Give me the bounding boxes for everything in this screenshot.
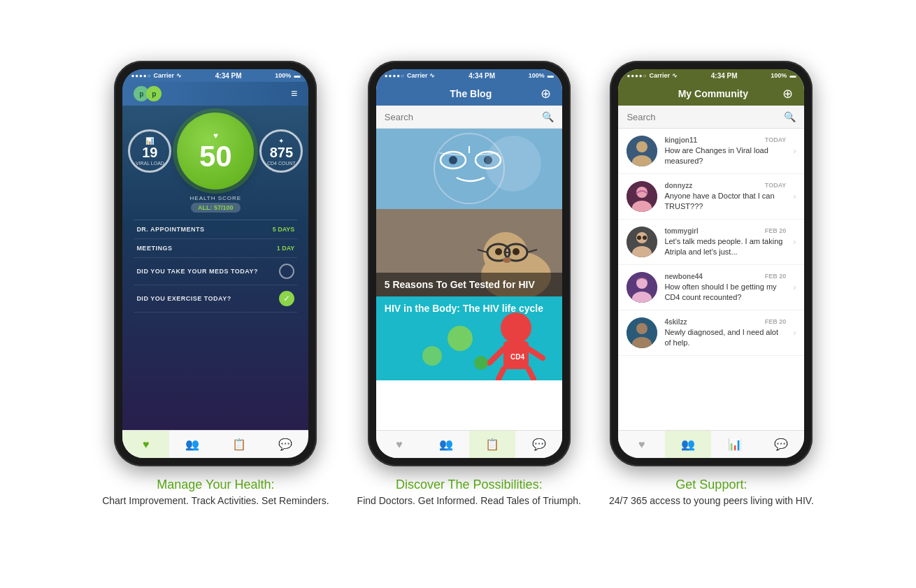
blog-image-3: CD4 HIV in the Body: The HIV life cycle [376,296,562,380]
message-2: Anyone have a Doctor that I can TRUST??? [664,191,786,211]
arrow-4: › [793,282,796,292]
avatar-2 [627,181,657,212]
caption-phone1: Manage Your Health: Chart Improvement. T… [102,478,329,506]
blog-title: The Blog [450,88,492,99]
community-text-4: newbone44 FEB 20 How often should I be g… [664,273,786,302]
svg-point-21 [501,313,531,343]
community-item-4[interactable]: newbone44 FEB 20 How often should I be g… [618,265,804,310]
bottom-nav-phone2: ♥ 👥 📋 💬 [376,430,562,458]
signal-dots-3: ●●●●○ [627,73,647,79]
nav-blog-2[interactable]: 📋 [469,431,516,458]
blog-card-2[interactable]: 5 Reasons To Get Tested for HIV [376,209,562,296]
community-list: kingjon11 TODAY How are Changes in Viral… [618,129,804,430]
message-4: How often should I be getting my CD4 cou… [664,282,786,302]
reminders-list: DR. APPOINTMENTS 5 DAYS MEETINGS 1 DAY D… [134,220,297,313]
heart-icon: ♥ [213,131,218,141]
cd4-label: CD4 COUNT [267,161,296,166]
nav-heart-1[interactable]: ♥ [122,431,169,458]
svg-point-17 [495,248,502,255]
community-item-2[interactable]: donnyzz TODAY Anyone have a Doctor that … [618,174,804,220]
phone-community: ●●●●○ Carrier ∿ 4:34 PM 100% ▬ My Commun… [610,61,813,466]
community-title: My Community [678,88,748,99]
carrier-label-3: Carrier [650,72,671,79]
search-input-community[interactable] [627,112,778,122]
nav-stats-3[interactable]: 📊 [711,431,758,458]
menu-icon[interactable]: ≡ [291,88,297,99]
nav-community-3[interactable]: 👥 [665,431,712,458]
reminder-meetings: MEETINGS 1 DAY [134,239,297,258]
blog-card-2-overlay: 5 Reasons To Get Tested for HIV [376,273,562,296]
nav-chat-3[interactable]: 💬 [758,431,805,458]
status-bar-phone1: ●●●●○ Carrier ∿ 4:34 PM 100% ▬ [122,69,308,82]
appt-value: 5 DAYS [273,226,295,233]
caption-heading-3: Get Support: [609,478,814,492]
search-icon-blog: 🔍 [542,111,554,122]
svg-point-30 [474,356,488,370]
community-item-1[interactable]: kingjon11 TODAY How are Changes in Viral… [618,129,804,174]
battery-label: 100% [275,72,291,79]
blog-card-1[interactable] [376,129,562,209]
arrow-3: › [793,237,796,247]
blog-card-2-title: 5 Reasons To Get Tested for HIV [385,278,554,291]
nav-chat-1[interactable]: 💬 [262,431,309,458]
svg-point-18 [513,248,520,255]
bottom-nav-phone3: ♥ 👥 📊 💬 [618,430,804,458]
avatar-1 [627,136,657,166]
date-1: TODAY [765,136,787,144]
health-dashboard: 📊 19 VIRAL LOAD ♥ 50 ✦ 875 [122,106,308,430]
pp-logo: p p [134,86,162,101]
phone-community-wrapper: ●●●●○ Carrier ∿ 4:34 PM 100% ▬ My Commun… [609,61,814,506]
meetings-label: MEETINGS [136,245,172,252]
viral-load-number: 19 [142,145,157,159]
nav-heart-2[interactable]: ♥ [376,431,423,458]
add-post-icon[interactable]: ⊕ [541,86,551,101]
username-date-2: donnyzz TODAY [664,182,786,189]
exercise-check[interactable]: ✓ [279,291,294,306]
phone2-screen: ●●●●○ Carrier ∿ 4:34 PM 100% ▬ The Blog … [376,69,562,458]
message-5: Newly diagnosed, and I need alot of help… [664,327,786,347]
nav-community-2[interactable]: 👥 [422,431,469,458]
username-2: donnyzz [664,182,692,189]
search-bar-community: 🔍 [618,106,804,129]
nav-blog-1[interactable]: 📋 [215,431,262,458]
score-suffix: /100 [221,204,234,211]
search-input-blog[interactable] [385,112,536,122]
status-bar-phone3: ●●●●○ Carrier ∿ 4:34 PM 100% ▬ [618,69,804,82]
carrier-label: Carrier [154,72,175,79]
caption-heading-1: Manage Your Health: [102,478,329,492]
arrow-1: › [793,146,796,156]
username-date-3: tommygirl FEB 20 [664,227,786,235]
community-item-3[interactable]: tommygirl FEB 20 Let's talk meds people.… [618,220,804,265]
arrow-2: › [793,192,796,201]
logo-circle-right: p [146,86,162,101]
meetings-value: 1 DAY [277,245,295,252]
nav-chat-2[interactable]: 💬 [515,431,562,458]
phone-health-wrapper: ●●●●○ Carrier ∿ 4:34 PM 100% ▬ p p [102,61,329,506]
appt-label: DR. APPOINTMENTS [136,226,204,233]
blog-scroll: 5 Reasons To Get Tested for HIV [376,129,562,430]
exercise-label: DID YOU EXERCISE TODAY? [136,295,231,302]
viral-load-icon: 📊 [145,137,154,145]
community-item-5[interactable]: 4skilzz FEB 20 Newly diagnosed, and I ne… [618,310,804,356]
meds-check[interactable] [279,264,294,279]
username-date-1: kingjon11 TODAY [664,136,786,144]
phone-health: ●●●●○ Carrier ∿ 4:34 PM 100% ▬ p p [114,61,317,466]
username-5: 4skilzz [664,318,687,326]
svg-point-43 [636,278,647,289]
score-value: 57 [214,204,221,211]
svg-point-28 [448,326,473,351]
blog-card-3[interactable]: CD4 HIV in the Body: The HIV life cycle [376,296,562,380]
add-post-icon-3[interactable]: ⊕ [782,86,793,101]
nav-community-1[interactable]: 👥 [169,431,216,458]
reminder-appointments: DR. APPOINTMENTS 5 DAYS [134,220,297,239]
score-prefix: ALL: [198,204,214,211]
phone2-header: The Blog ⊕ [376,82,562,106]
nav-heart-3[interactable]: ♥ [618,431,665,458]
cd4-number: 875 [270,145,293,159]
viral-load-label: VIRAL LOAD [136,161,164,166]
svg-point-5 [484,156,492,164]
community-text-1: kingjon11 TODAY How are Changes in Viral… [664,136,786,166]
score-circles: 📊 19 VIRAL LOAD ♥ 50 ✦ 875 [128,113,303,189]
cd4-icon: ✦ [278,137,284,145]
meds-label: DID YOU TAKE YOUR MEDS TODAY? [136,268,258,275]
